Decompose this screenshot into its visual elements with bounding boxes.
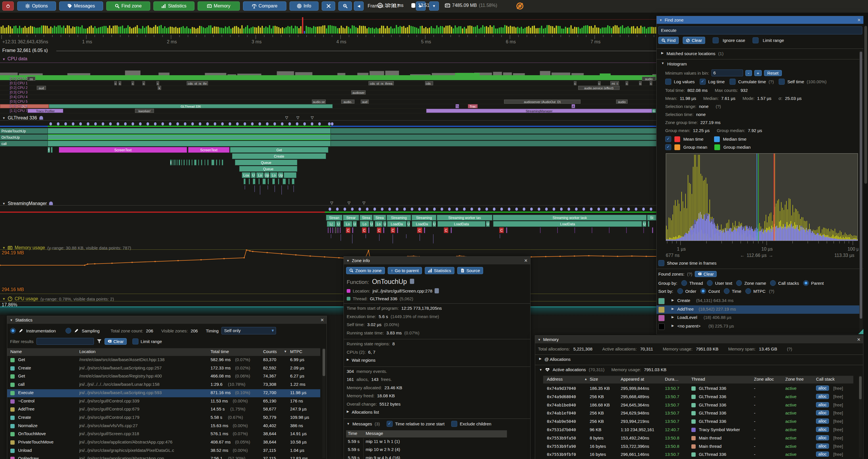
thread-zone[interactable] (268, 178, 269, 184)
thread-zone[interactable]: U (486, 221, 490, 227)
found-zone-row[interactable]: ▶Create(54,131) 643.34 ms (657, 297, 859, 305)
toolbar-button-tools[interactable] (322, 1, 335, 11)
cpu-usage-header[interactable]: ▼CPU usage(y-range: 0.78%, visible data … (2, 296, 114, 301)
find-zone-scrollbar[interactable] (859, 51, 863, 332)
memory-row[interactable]: 0x7553b9fa9016 bytes153,722,396ns13:50.8… (543, 443, 854, 451)
thread-zone[interactable] (48, 141, 331, 146)
cpu-zone[interactable]: k (158, 86, 161, 90)
stats-row[interactable]: AddTreejni/../jni/src/guif/Control.cpp:6… (7, 405, 320, 414)
thread-zone[interactable] (258, 178, 260, 184)
memory-row[interactable]: 0x74a9d37040186.35 KB295,999,844ns13:50.… (543, 385, 854, 393)
thread-zone[interactable]: U (251, 172, 256, 178)
funnel-icon[interactable] (97, 339, 102, 344)
active-allocations-line[interactable]: ▼Active allocations(70,311)Memory usage:… (539, 367, 666, 372)
clear-button[interactable]: Clear (683, 37, 705, 44)
stats-row-selected[interactable]: Executejni/../jni/src/claw/base/LuaScrip… (7, 389, 320, 397)
stats-scrollbar-thumb[interactable] (322, 349, 325, 376)
log-time-checkbox[interactable]: ✓ (700, 79, 706, 85)
thread-zone[interactable] (451, 227, 452, 233)
column-header-counts[interactable]: Counts (263, 349, 277, 354)
stats-row[interactable]: Normalizejni/../jni/src/claw/vfs/Vfs.cpp… (7, 422, 320, 430)
thread-zone[interactable]: U (433, 221, 436, 227)
thread-zone[interactable] (352, 227, 353, 233)
thread-zone[interactable]: Strea (360, 215, 373, 221)
thread-zone[interactable]: OnTouchUp (0, 134, 48, 140)
toolbar-button-messages[interactable]: Messages (59, 1, 103, 11)
memory-row[interactable]: 0x74a9d68040256 KB295,668,489ns13:50.7GL… (543, 393, 854, 401)
thread-zone[interactable] (205, 160, 205, 165)
thread-zone[interactable] (189, 160, 190, 165)
column-header-total-time[interactable]: Total time (211, 349, 229, 354)
thread-zone[interactable] (424, 227, 425, 233)
thread-zone[interactable]: LoadDa (412, 221, 432, 227)
sort-by-count[interactable] (700, 288, 706, 294)
find-button[interactable]: Find (658, 37, 679, 44)
thread-zone[interactable] (244, 178, 246, 184)
column-header-size[interactable]: Size (590, 376, 598, 382)
cpu-zone[interactable]: aud (37, 86, 46, 90)
thread-zone[interactable] (211, 160, 214, 165)
memory-scrollbar[interactable] (859, 376, 862, 458)
thread-zone[interactable] (207, 160, 209, 165)
message-row[interactable]: 5.59 smip 11 w 1 h 1 (1) (346, 438, 507, 446)
found-zone-row[interactable]: ▶LoadLevel(18) 406.88 µs (657, 314, 859, 322)
ignore-case-checkbox[interactable] (713, 37, 719, 43)
cpu-zone[interactable]: Tracy Profiler (28, 109, 63, 113)
toolbar-button-memory[interactable]: Memory (197, 1, 240, 11)
cpu-zone[interactable]: cds_ol_rx_threa (369, 81, 394, 85)
thread-zone[interactable]: Streaming worker task (493, 215, 647, 221)
cpu-zone[interactable]: aud (361, 100, 369, 104)
message-marker-icon[interactable]: ▽ (311, 116, 314, 120)
increase-button[interactable]: + (754, 70, 762, 76)
message-marker-icon[interactable]: ▽ (297, 116, 299, 120)
thread-zone[interactable] (331, 128, 657, 134)
frames-dropdown-button[interactable]: ▼ (429, 1, 439, 11)
thread-zone[interactable] (368, 227, 369, 233)
thread-zone[interactable]: PrivateTouchUp (0, 128, 48, 134)
alloc-callstack-button[interactable]: alloc (816, 386, 829, 391)
main-scrollbar-thumb[interactable] (864, 26, 867, 184)
alloc-callstack-button[interactable]: alloc (816, 452, 829, 457)
stats-row[interactable]: Unloadjni/../jni/src/claw/graphics/pixel… (7, 447, 320, 455)
thread-zone[interactable] (186, 160, 187, 165)
limit-range-checkbox[interactable] (752, 37, 758, 43)
column-header-zone-free[interactable]: Zone free (785, 376, 804, 382)
cpu-zone[interactable]: kworker/ (135, 109, 154, 113)
thread-zone[interactable]: U (353, 221, 357, 227)
thread-zone[interactable]: U (336, 221, 341, 227)
thread-zone[interactable]: Strear (343, 215, 359, 221)
cpu-zone[interactable]: audioserver (AudioOut_D) (504, 100, 581, 104)
mean-time-checkbox[interactable]: ✓ (665, 136, 671, 142)
button-go-to-parent[interactable]: ↑Go to parent (388, 267, 422, 274)
thread-zone[interactable] (179, 160, 180, 165)
cpu-zone[interactable]: audio (642, 77, 656, 81)
find-zone-search-input[interactable]: Execute (658, 26, 862, 34)
memory-row[interactable]: 0x7553b9fa508 bytes153,492,240ns13:50.8M… (543, 435, 854, 442)
thread-zone[interactable]: Strea (373, 215, 386, 221)
cpu-zone[interactable]: Trac (468, 104, 478, 108)
relative-time-checkbox[interactable]: ✓ (386, 421, 393, 427)
thread-zone[interactable]: C (444, 227, 448, 233)
button-statistics[interactable]: Statistics (425, 267, 455, 274)
cpu-zone[interactable]: c (114, 81, 117, 85)
cpu-zone[interactable]: cds_ol_rx_thr (187, 81, 208, 85)
toolbar-button-info[interactable]: Info (289, 1, 318, 11)
memory-usage-graph[interactable]: ▼Memory usage(y-range: 30.88 KB, visible… (0, 245, 658, 295)
show-frames-checkbox[interactable] (658, 260, 664, 266)
cpu-zone[interactable]: c (598, 81, 600, 85)
stats-row[interactable]: calljni/../jni/../../../src/claw/base/Lu… (7, 381, 320, 389)
message-marker-icon[interactable]: ▽ (330, 201, 333, 205)
thread-zone[interactable] (331, 141, 657, 146)
memory-row[interactable]: 0x7553b9fbf016 bytes296,661,146ns13:50.7… (543, 451, 854, 459)
alloc-callstack-button[interactable]: alloc (816, 427, 829, 432)
thread-zone[interactable]: S (48, 147, 50, 153)
group-by-call-stacks[interactable] (770, 280, 776, 286)
sort-by-mtpc[interactable] (745, 288, 751, 294)
histogram-header-line[interactable]: ▼Histogram (661, 61, 687, 66)
thread-zone[interactable] (331, 134, 657, 140)
thread-zone[interactable]: Loa (242, 172, 250, 178)
thread-zone[interactable] (201, 160, 202, 165)
cpu-zone[interactable]: Ti (456, 104, 459, 108)
clear-filter-button[interactable]: Clear (104, 338, 127, 345)
thread-zone[interactable]: Streaming (412, 215, 436, 221)
